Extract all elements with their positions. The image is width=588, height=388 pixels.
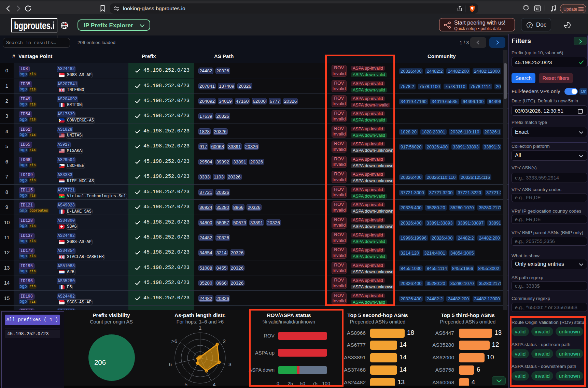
svg-text:>6: >6 xyxy=(171,338,178,344)
svg-text:2: 2 xyxy=(223,338,226,344)
svg-text:1: 1 xyxy=(199,325,202,331)
svg-text:?: ? xyxy=(529,23,531,27)
svg-text:6: 6 xyxy=(169,361,172,367)
svg-text:3: 3 xyxy=(228,361,232,367)
